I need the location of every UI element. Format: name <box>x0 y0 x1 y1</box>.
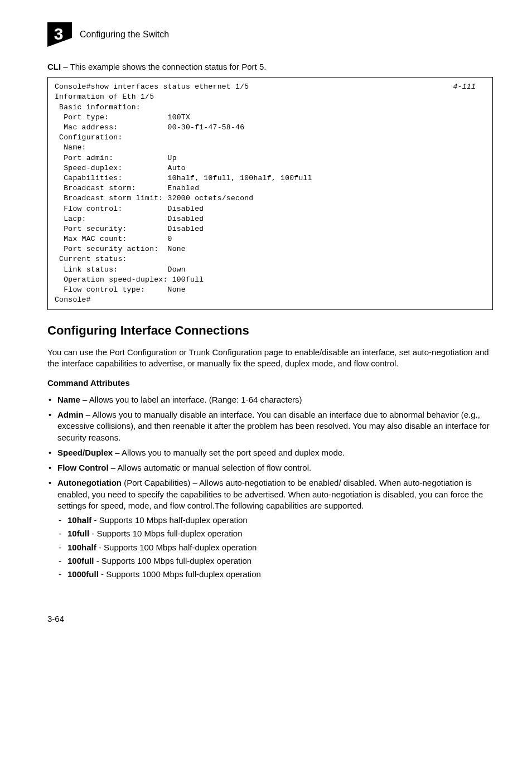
sub-text: - Supports 10 Mbps full-duplex operation <box>89 529 242 538</box>
code-line: Basic information: <box>55 103 141 112</box>
code-line: Name: <box>55 143 86 152</box>
code-line: Mac address: 00-30-f1-47-58-46 <box>55 123 244 132</box>
code-line: Console#show interfaces status ethernet … <box>55 83 249 91</box>
list-item: Autonegotiation (Port Capabilities) – Al… <box>47 477 493 580</box>
cli-text: – This example shows the connection stat… <box>61 62 266 71</box>
code-line: Capabilities: 10half, 10full, 100half, 1… <box>55 174 312 182</box>
code-line: Max MAC count: 0 <box>55 235 172 243</box>
attr-text: – Allows you to manually disable an inte… <box>57 410 490 442</box>
code-line: Configuration: <box>55 133 123 142</box>
sublist-item: 10half - Supports 10 Mbps half-duplex op… <box>57 515 493 526</box>
code-line: Lacp: Disabled <box>55 215 204 223</box>
code-line: Speed-duplex: Auto <box>55 164 186 172</box>
attr-text: – Allows automatic or manual selection o… <box>109 463 312 472</box>
attr-term: Flow Control <box>57 463 109 472</box>
attr-text: – Allows you to label an interface. (Ran… <box>80 395 302 404</box>
cli-intro: CLI – This example shows the connection … <box>47 61 493 72</box>
cli-output-block: 4-111Console#show interfaces status ethe… <box>47 77 493 310</box>
attr-term: Name <box>57 395 80 404</box>
attr-text: (Port Capabilities) – Allows auto-negoti… <box>57 478 483 510</box>
code-line: Port security: Disabled <box>55 225 204 233</box>
page-number: 3-64 <box>47 613 493 625</box>
code-page-ref: 4-111 <box>453 82 476 92</box>
capability-sublist: 10half - Supports 10 Mbps half-duplex op… <box>57 515 493 580</box>
sublist-item: 100full - Supports 100 Mbps full-duplex … <box>57 555 493 567</box>
attr-term: Autonegotiation <box>57 478 122 487</box>
list-item: Speed/Duplex – Allows you to manually se… <box>47 447 493 458</box>
attr-term: Speed/Duplex <box>57 448 113 457</box>
code-line: Operation speed-duplex: 100full <box>55 275 204 284</box>
cli-label: CLI <box>47 62 61 71</box>
sub-term: 10full <box>67 529 89 538</box>
code-line: Broadcast storm limit: 32000 octets/seco… <box>55 194 253 202</box>
attribute-list: Name – Allows you to label an interface.… <box>47 394 493 580</box>
attr-text: – Allows you to manually set the port sp… <box>113 448 345 457</box>
attr-term: Admin <box>57 410 84 419</box>
sublist-item: 10full - Supports 10 Mbps full-duplex op… <box>57 528 493 539</box>
command-attributes-heading: Command Attributes <box>47 378 493 389</box>
sub-term: 10half <box>67 515 91 525</box>
code-line: Current status: <box>55 255 127 263</box>
code-line: Information of Eth 1/5 <box>55 93 154 101</box>
svg-text:3: 3 <box>54 25 64 43</box>
sublist-item: 1000full - Supports 1000 Mbps full-duple… <box>57 569 493 580</box>
sub-term: 100full <box>67 556 94 565</box>
code-line: Link status: Down <box>55 265 186 274</box>
sub-text: - Supports 10 Mbps half-duplex operation <box>91 515 247 525</box>
list-item: Admin – Allows you to manually disable a… <box>47 409 493 443</box>
code-line: Flow control: Disabled <box>55 205 204 213</box>
list-item: Flow Control – Allows automatic or manua… <box>47 462 493 473</box>
sub-term: 100half <box>67 543 96 552</box>
section-heading: Configuring Interface Connections <box>47 322 493 339</box>
code-line: Broadcast storm: Enabled <box>55 184 199 192</box>
sub-text: - Supports 100 Mbps half-duplex operatio… <box>96 543 257 552</box>
code-line: Port security action: None <box>55 245 186 253</box>
sub-term: 1000full <box>67 569 99 579</box>
list-item: Name – Allows you to label an interface.… <box>47 394 493 405</box>
page-header: 3 Configuring the Switch <box>47 22 493 47</box>
chapter-number-icon: 3 <box>47 22 72 47</box>
code-line: Port admin: Up <box>55 154 177 162</box>
header-title: Configuring the Switch <box>80 28 169 41</box>
code-line: Flow control type: None <box>55 286 186 294</box>
code-line: Port type: 100TX <box>55 113 190 122</box>
sub-text: - Supports 1000 Mbps full-duplex operati… <box>99 569 261 579</box>
section-intro: You can use the Port Configuration or Tr… <box>47 347 493 370</box>
code-line: Console# <box>55 296 91 304</box>
sublist-item: 100half - Supports 100 Mbps half-duplex … <box>57 542 493 553</box>
sub-text: - Supports 100 Mbps full-duplex operatio… <box>94 556 252 565</box>
